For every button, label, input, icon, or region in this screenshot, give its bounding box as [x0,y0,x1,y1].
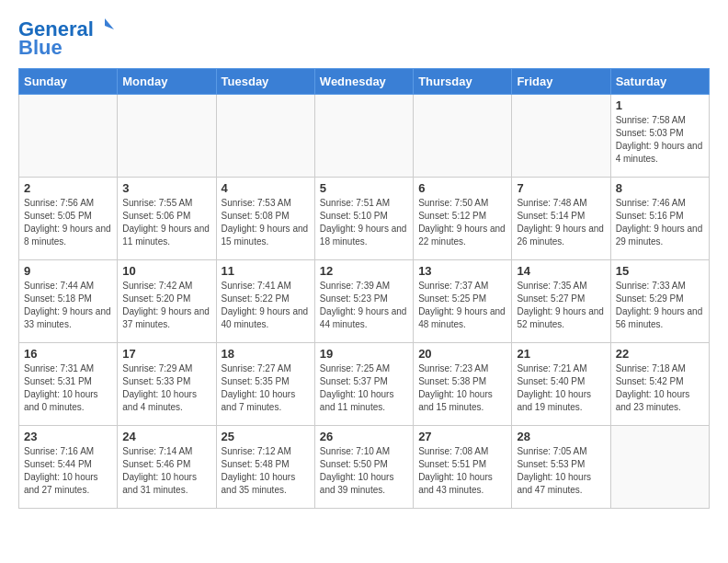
day-info: Sunrise: 7:42 AM Sunset: 5:20 PM Dayligh… [122,280,210,331]
calendar-cell: 27Sunrise: 7:08 AM Sunset: 5:51 PM Dayli… [414,426,512,509]
day-info: Sunrise: 7:23 AM Sunset: 5:38 PM Dayligh… [418,362,506,414]
weekday-header-friday: Friday [512,69,610,95]
logo: General Blue [18,18,114,59]
calendar-cell: 9Sunrise: 7:44 AM Sunset: 5:18 PM Daylig… [19,260,118,343]
day-number: 11 [222,264,310,278]
day-number: 10 [122,264,210,278]
day-info: Sunrise: 7:46 AM Sunset: 5:16 PM Dayligh… [616,197,704,248]
calendar-cell: 22Sunrise: 7:18 AM Sunset: 5:42 PM Dayli… [610,343,709,426]
calendar-cell: 28Sunrise: 7:05 AM Sunset: 5:53 PM Dayli… [512,426,610,509]
day-info: Sunrise: 7:21 AM Sunset: 5:40 PM Dayligh… [517,362,605,414]
calendar-cell: 5Sunrise: 7:51 AM Sunset: 5:10 PM Daylig… [314,178,413,260]
logo-bird-icon [96,17,114,35]
day-number: 6 [418,181,506,195]
day-number: 7 [517,181,605,195]
weekday-header-thursday: Thursday [414,69,512,95]
day-info: Sunrise: 7:08 AM Sunset: 5:51 PM Dayligh… [418,445,506,497]
calendar-cell: 13Sunrise: 7:37 AM Sunset: 5:25 PM Dayli… [414,260,512,343]
week-row-2: 2Sunrise: 7:56 AM Sunset: 5:05 PM Daylig… [19,178,710,260]
day-number: 26 [320,430,408,443]
weekday-header-tuesday: Tuesday [216,69,314,95]
day-info: Sunrise: 7:58 AM Sunset: 5:03 PM Dayligh… [616,114,704,166]
day-number: 27 [418,430,506,443]
calendar-cell [414,95,512,178]
calendar-cell [19,95,118,178]
day-info: Sunrise: 7:25 AM Sunset: 5:37 PM Dayligh… [320,362,408,414]
calendar-cell [512,95,610,178]
calendar-cell: 12Sunrise: 7:39 AM Sunset: 5:23 PM Dayli… [314,260,413,343]
day-number: 12 [320,264,408,278]
svg-marker-0 [105,18,114,29]
calendar-cell: 6Sunrise: 7:50 AM Sunset: 5:12 PM Daylig… [414,178,512,260]
day-number: 22 [616,347,704,361]
day-number: 9 [24,264,112,278]
calendar-cell: 14Sunrise: 7:35 AM Sunset: 5:27 PM Dayli… [512,260,610,343]
day-number: 16 [24,347,112,361]
weekday-header-saturday: Saturday [610,69,709,95]
calendar-cell: 26Sunrise: 7:10 AM Sunset: 5:50 PM Dayli… [314,426,413,509]
day-number: 15 [616,264,704,278]
calendar-table: SundayMondayTuesdayWednesdayThursdayFrid… [18,68,710,509]
calendar-cell [118,95,216,178]
calendar-cell [610,426,709,509]
day-info: Sunrise: 7:55 AM Sunset: 5:06 PM Dayligh… [122,197,210,248]
calendar-cell: 11Sunrise: 7:41 AM Sunset: 5:22 PM Dayli… [216,260,314,343]
day-number: 1 [616,98,704,112]
week-row-4: 16Sunrise: 7:31 AM Sunset: 5:31 PM Dayli… [19,343,710,426]
day-info: Sunrise: 7:29 AM Sunset: 5:33 PM Dayligh… [122,362,210,414]
calendar-cell: 15Sunrise: 7:33 AM Sunset: 5:29 PM Dayli… [610,260,709,343]
week-row-5: 23Sunrise: 7:16 AM Sunset: 5:44 PM Dayli… [19,426,710,509]
day-info: Sunrise: 7:16 AM Sunset: 5:44 PM Dayligh… [24,445,112,497]
calendar-cell: 1Sunrise: 7:58 AM Sunset: 5:03 PM Daylig… [610,95,709,178]
calendar-cell: 18Sunrise: 7:27 AM Sunset: 5:35 PM Dayli… [216,343,314,426]
day-info: Sunrise: 7:10 AM Sunset: 5:50 PM Dayligh… [320,445,408,497]
day-number: 2 [24,181,112,195]
calendar-cell: 19Sunrise: 7:25 AM Sunset: 5:37 PM Dayli… [314,343,413,426]
day-info: Sunrise: 7:44 AM Sunset: 5:18 PM Dayligh… [24,280,112,331]
calendar-cell: 4Sunrise: 7:53 AM Sunset: 5:08 PM Daylig… [216,178,314,260]
day-info: Sunrise: 7:37 AM Sunset: 5:25 PM Dayligh… [418,280,506,331]
day-info: Sunrise: 7:39 AM Sunset: 5:23 PM Dayligh… [320,280,408,331]
day-info: Sunrise: 7:27 AM Sunset: 5:35 PM Dayligh… [222,362,310,414]
weekday-header-sunday: Sunday [19,69,118,95]
calendar-cell: 25Sunrise: 7:12 AM Sunset: 5:48 PM Dayli… [216,426,314,509]
calendar-body: 1Sunrise: 7:58 AM Sunset: 5:03 PM Daylig… [19,95,710,509]
calendar-cell: 7Sunrise: 7:48 AM Sunset: 5:14 PM Daylig… [512,178,610,260]
day-number: 20 [418,347,506,361]
day-number: 28 [517,430,605,443]
day-number: 13 [418,264,506,278]
calendar-cell: 23Sunrise: 7:16 AM Sunset: 5:44 PM Dayli… [19,426,118,509]
day-info: Sunrise: 7:14 AM Sunset: 5:46 PM Dayligh… [122,445,210,497]
day-info: Sunrise: 7:51 AM Sunset: 5:10 PM Dayligh… [320,197,408,248]
day-number: 23 [24,430,112,443]
calendar-cell: 10Sunrise: 7:42 AM Sunset: 5:20 PM Dayli… [118,260,216,343]
day-number: 21 [517,347,605,361]
weekday-header-wednesday: Wednesday [314,69,413,95]
calendar-cell [314,95,413,178]
calendar-cell: 16Sunrise: 7:31 AM Sunset: 5:31 PM Dayli… [19,343,118,426]
day-number: 24 [122,430,210,443]
day-number: 3 [122,181,210,195]
day-number: 25 [222,430,310,443]
calendar-cell [216,95,314,178]
calendar-cell: 21Sunrise: 7:21 AM Sunset: 5:40 PM Dayli… [512,343,610,426]
day-number: 4 [222,181,310,195]
day-info: Sunrise: 7:35 AM Sunset: 5:27 PM Dayligh… [517,280,605,331]
calendar-cell: 17Sunrise: 7:29 AM Sunset: 5:33 PM Dayli… [118,343,216,426]
weekday-header-monday: Monday [118,69,216,95]
day-info: Sunrise: 7:33 AM Sunset: 5:29 PM Dayligh… [616,280,704,331]
calendar-cell: 3Sunrise: 7:55 AM Sunset: 5:06 PM Daylig… [118,178,216,260]
day-info: Sunrise: 7:05 AM Sunset: 5:53 PM Dayligh… [517,445,605,497]
day-number: 8 [616,181,704,195]
calendar-cell: 2Sunrise: 7:56 AM Sunset: 5:05 PM Daylig… [19,178,118,260]
week-row-3: 9Sunrise: 7:44 AM Sunset: 5:18 PM Daylig… [19,260,710,343]
day-number: 18 [222,347,310,361]
day-info: Sunrise: 7:53 AM Sunset: 5:08 PM Dayligh… [222,197,310,248]
day-number: 17 [122,347,210,361]
day-info: Sunrise: 7:48 AM Sunset: 5:14 PM Dayligh… [517,197,605,248]
calendar-cell: 24Sunrise: 7:14 AM Sunset: 5:46 PM Dayli… [118,426,216,509]
page-header: General Blue [18,18,710,59]
calendar-cell: 8Sunrise: 7:46 AM Sunset: 5:16 PM Daylig… [610,178,709,260]
day-info: Sunrise: 7:31 AM Sunset: 5:31 PM Dayligh… [24,362,112,414]
day-number: 19 [320,347,408,361]
